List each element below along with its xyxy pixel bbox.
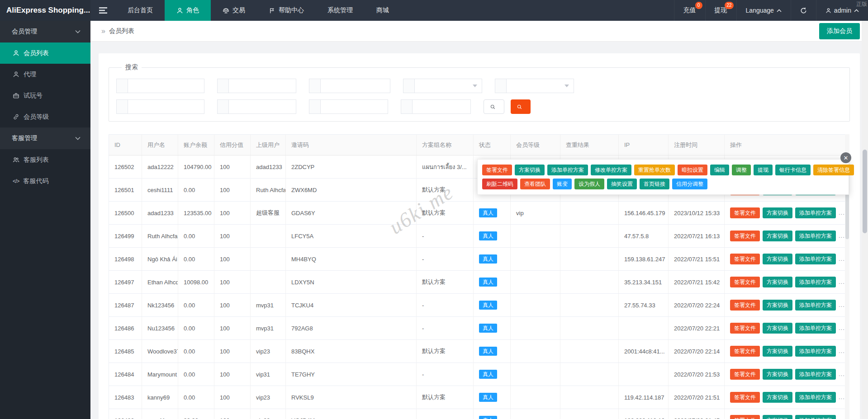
IP-input[interactable] bbox=[412, 99, 471, 114]
popup-action-刷新二维码[interactable]: 刷新二维码 bbox=[482, 179, 517, 189]
sidebar-item-member-level[interactable]: 会员等级 bbox=[0, 106, 90, 127]
popup-close-icon[interactable]: ✕ bbox=[840, 152, 851, 163]
nav-item-trade[interactable]: 交易 bbox=[211, 0, 257, 21]
cell-dup bbox=[560, 225, 619, 248]
sidebar-item-service-list[interactable]: 客服列表 bbox=[0, 149, 90, 170]
cell-actions: 签署文件方案切换添加单控方案... bbox=[725, 363, 845, 386]
search-button[interactable] bbox=[484, 99, 504, 114]
window-scrollbar-thumb[interactable] bbox=[863, 150, 867, 233]
row-action-添加单控方案[interactable]: 添加单控方案 bbox=[795, 415, 836, 419]
row-action-签署文件[interactable]: 签署文件 bbox=[730, 300, 760, 311]
row-action-方案切换[interactable]: 方案切换 bbox=[763, 300, 792, 311]
row-action-添加单控方案[interactable]: 添加单控方案 bbox=[795, 346, 836, 357]
row-action-方案切换[interactable]: 方案切换 bbox=[763, 415, 792, 419]
export-button[interactable] bbox=[511, 99, 531, 114]
popup-action-抽奖设置[interactable]: 抽奖设置 bbox=[607, 179, 637, 189]
menu-toggle-icon[interactable] bbox=[90, 0, 116, 21]
row-action-方案切换[interactable]: 方案切换 bbox=[763, 231, 792, 241]
开户卡号-input[interactable] bbox=[128, 99, 204, 114]
注册时间-input[interactable] bbox=[320, 79, 390, 93]
more-actions-button[interactable]: ... bbox=[839, 348, 845, 354]
sidebar-item-agent[interactable]: 代理 bbox=[0, 64, 90, 85]
status-badge: 真人 bbox=[479, 324, 497, 333]
用户名称-input[interactable] bbox=[128, 79, 204, 93]
more-actions-button[interactable]: ... bbox=[839, 232, 845, 239]
more-actions-button[interactable]: ... bbox=[839, 417, 845, 419]
row-action-签署文件[interactable]: 签署文件 bbox=[730, 415, 760, 419]
row-action-签署文件[interactable]: 签署文件 bbox=[730, 277, 760, 287]
add-member-button[interactable]: 添加会员 bbox=[819, 23, 860, 39]
体验金-select[interactable] bbox=[506, 79, 574, 93]
popup-action-编辑[interactable]: 编辑 bbox=[710, 165, 729, 175]
popup-action-修改单控方案[interactable]: 修改单控方案 bbox=[591, 165, 631, 175]
row-action-方案切换[interactable]: 方案切换 bbox=[763, 392, 792, 403]
sidebar-item-member-list[interactable]: 会员列表 bbox=[0, 42, 90, 64]
nav-item-dashboard[interactable]: 后台首页 bbox=[116, 0, 165, 21]
more-actions-button[interactable]: ... bbox=[839, 255, 845, 262]
nav-item-help[interactable]: 帮助中心 bbox=[257, 0, 316, 21]
recharge-nav[interactable]: 充值 0 bbox=[674, 0, 705, 21]
row-action-添加单控方案[interactable]: 添加单控方案 bbox=[795, 300, 836, 311]
sidebar-item-service-code[interactable]: </>客服代码 bbox=[0, 170, 90, 192]
more-actions-button[interactable]: ... bbox=[839, 325, 845, 331]
nav-item-system[interactable]: 系统管理 bbox=[316, 0, 365, 21]
cell-actions: 签署文件方案切换添加单控方案... bbox=[725, 340, 845, 363]
row-action-方案切换[interactable]: 方案切换 bbox=[763, 254, 792, 264]
手机号码-input[interactable] bbox=[228, 79, 296, 93]
popup-action-方案切换[interactable]: 方案切换 bbox=[515, 165, 545, 175]
row-action-添加单控方案[interactable]: 添加单控方案 bbox=[795, 369, 836, 380]
more-actions-button[interactable]: ... bbox=[839, 371, 845, 377]
sidebar-item-label: 代理 bbox=[24, 71, 36, 79]
row-action-添加单控方案[interactable]: 添加单控方案 bbox=[795, 207, 836, 218]
cell-reg: 2022/07/21 15:51 bbox=[669, 248, 725, 271]
sidebar-section-service[interactable]: 客服管理 bbox=[0, 127, 90, 149]
popup-action-查看团队[interactable]: 查看团队 bbox=[520, 179, 550, 189]
row-action-签署文件[interactable]: 签署文件 bbox=[730, 254, 760, 264]
popup-action-设为假人[interactable]: 设为假人 bbox=[574, 179, 604, 189]
sidebar-section-member[interactable]: 会员管理 bbox=[0, 21, 90, 42]
more-actions-button[interactable]: ... bbox=[839, 278, 845, 285]
row-action-添加单控方案[interactable]: 添加单控方案 bbox=[795, 392, 836, 403]
row-action-添加单控方案[interactable]: 添加单控方案 bbox=[795, 323, 836, 334]
row-action-签署文件[interactable]: 签署文件 bbox=[730, 231, 760, 241]
popup-action-提现[interactable]: 提现 bbox=[754, 165, 773, 175]
popup-action-银行卡信息[interactable]: 银行卡信息 bbox=[775, 165, 811, 175]
row-action-签署文件[interactable]: 签署文件 bbox=[730, 392, 760, 403]
popup-action-重置抢单次数[interactable]: 重置抢单次数 bbox=[634, 165, 675, 175]
withdraw-nav[interactable]: 提现 22 bbox=[705, 0, 736, 21]
link-icon bbox=[13, 113, 19, 120]
popup-action-信用分调整[interactable]: 信用分调整 bbox=[672, 179, 707, 189]
row-action-方案切换[interactable]: 方案切换 bbox=[763, 346, 792, 357]
popup-action-添加单控方案[interactable]: 添加单控方案 bbox=[547, 165, 588, 175]
cell-status: 真人 bbox=[474, 317, 511, 340]
状态-select[interactable] bbox=[414, 79, 482, 93]
开户电话-input[interactable] bbox=[320, 99, 388, 114]
popup-action-清除签署信息[interactable]: 清除签署信息 bbox=[813, 165, 854, 175]
row-action-方案切换[interactable]: 方案切换 bbox=[763, 323, 792, 334]
row-action-方案切换[interactable]: 方案切换 bbox=[763, 207, 792, 218]
popup-action-账变[interactable]: 账变 bbox=[553, 179, 572, 189]
row-action-签署文件[interactable]: 签署文件 bbox=[730, 207, 760, 218]
row-action-方案切换[interactable]: 方案切换 bbox=[763, 369, 792, 380]
popup-action-首页链接[interactable]: 首页链接 bbox=[640, 179, 669, 189]
refresh-button[interactable] bbox=[791, 0, 816, 21]
row-action-签署文件[interactable]: 签署文件 bbox=[730, 369, 760, 380]
popup-action-调整[interactable]: 调整 bbox=[732, 165, 751, 175]
popup-action-暗扣设置[interactable]: 暗扣设置 bbox=[678, 165, 707, 175]
popup-action-签署文件[interactable]: 签署文件 bbox=[482, 165, 512, 175]
window-scrollbar[interactable] bbox=[862, 21, 868, 419]
sidebar-item-trial-account[interactable]: 试玩号 bbox=[0, 85, 90, 106]
row-action-添加单控方案[interactable]: 添加单控方案 bbox=[795, 277, 836, 287]
row-action-签署文件[interactable]: 签署文件 bbox=[730, 323, 760, 334]
more-actions-button[interactable]: ... bbox=[839, 209, 845, 216]
row-action-方案切换[interactable]: 方案切换 bbox=[763, 277, 792, 287]
row-action-添加单控方案[interactable]: 添加单控方案 bbox=[795, 254, 836, 264]
more-actions-button[interactable]: ... bbox=[839, 301, 845, 308]
row-action-签署文件[interactable]: 签署文件 bbox=[730, 346, 760, 357]
language-menu[interactable]: Language bbox=[736, 0, 791, 21]
row-action-添加单控方案[interactable]: 添加单控方案 bbox=[795, 231, 836, 241]
Line-input[interactable] bbox=[228, 99, 296, 114]
nav-item-mall[interactable]: 商城 bbox=[365, 0, 401, 21]
more-actions-button[interactable]: ... bbox=[839, 394, 845, 400]
nav-item-roles[interactable]: 角色 bbox=[165, 0, 211, 21]
